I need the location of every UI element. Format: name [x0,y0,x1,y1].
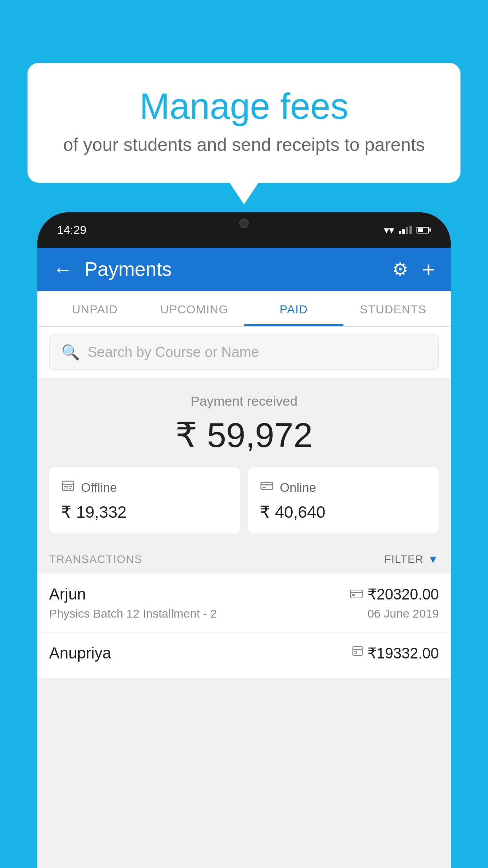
svg-rect-13 [354,651,357,654]
transaction-payment-icon [352,646,363,660]
phone-device: 14:29 ▾▾ ← Payments [37,212,451,868]
header-left: ← Payments [53,258,172,281]
speech-bubble: Manage fees of your students and send re… [28,63,460,183]
transaction-amount: ₹19332.00 [367,645,439,662]
svg-rect-8 [350,590,362,598]
offline-card-header: Offline [61,479,117,497]
battery-icon [416,227,431,234]
search-placeholder: Search by Course or Name [88,344,259,360]
transaction-top: Anupriya ₹19332.00 [49,644,439,662]
online-card-header: Online [260,479,316,497]
offline-icon [61,479,75,497]
signal-icon [399,226,412,234]
camera [239,219,249,228]
online-amount: ₹ 40,640 [260,502,325,522]
filter-button[interactable]: FILTER ▼ [384,553,439,566]
status-bar: 14:29 ▾▾ [37,212,451,248]
tab-unpaid[interactable]: UNPAID [45,291,145,326]
search-icon: 🔍 [61,344,80,361]
svg-rect-10 [352,594,355,596]
header-right: ⚙ + [392,257,435,282]
speech-bubble-container: Manage fees of your students and send re… [28,63,460,183]
online-icon [260,479,274,497]
status-icons: ▾▾ [384,224,431,236]
transaction-course: Physics Batch 12 Installment - 2 [49,607,217,620]
app-screen: ← Payments ⚙ + UNPAID UPCOMING PAID STUD… [37,248,451,868]
transaction-name: Anupriya [49,644,111,662]
transaction-top: Arjun ₹20320.00 [49,585,439,603]
back-button[interactable]: ← [53,258,73,281]
svg-rect-7 [262,487,266,488]
tab-upcoming[interactable]: UPCOMING [145,291,244,326]
online-label: Online [280,480,316,495]
tabs-container: UNPAID UPCOMING PAID STUDENTS [37,291,451,327]
phone-notch [209,212,279,234]
offline-amount: ₹ 19,332 [61,502,127,522]
offline-label: Offline [81,480,117,495]
transaction-payment-icon [350,588,363,601]
svg-rect-5 [261,482,273,489]
transaction-amount-wrapper: ₹19332.00 [352,645,439,662]
search-box[interactable]: 🔍 Search by Course or Name [49,335,439,370]
transaction-name: Arjun [49,585,86,603]
transaction-bottom: Physics Batch 12 Installment - 2 06 June… [49,607,439,620]
payment-summary: Payment received ₹ 59,972 [37,378,451,545]
online-card: Online ₹ 40,640 [248,467,439,533]
manage-fees-title: Manage fees [59,86,429,126]
payment-received-label: Payment received [49,394,439,409]
settings-icon[interactable]: ⚙ [392,259,408,280]
tab-students[interactable]: STUDENTS [343,291,443,326]
wifi-icon: ▾▾ [384,224,394,236]
search-container: 🔍 Search by Course or Name [37,327,451,378]
transactions-label: TRANSACTIONS [49,553,142,566]
filter-label: FILTER [384,553,424,566]
tab-paid[interactable]: PAID [244,291,343,326]
svg-rect-2 [64,486,67,489]
payment-cards: Offline ₹ 19,332 [49,467,439,533]
transactions-header: TRANSACTIONS FILTER ▼ [37,545,451,574]
transaction-row[interactable]: Arjun ₹20320.00 Physics Batch 12 Install… [37,574,451,633]
payment-total-amount: ₹ 59,972 [49,415,439,455]
header-title: Payments [84,258,172,281]
status-time: 14:29 [57,223,86,237]
transaction-date: 06 June 2019 [367,607,439,620]
transaction-row[interactable]: Anupriya ₹19332.00 [37,633,451,678]
offline-card: Offline ₹ 19,332 [49,467,240,533]
manage-fees-subtitle: of your students and send receipts to pa… [59,134,429,155]
transaction-amount: ₹20320.00 [367,586,439,603]
transaction-amount-wrapper: ₹20320.00 [350,586,439,603]
filter-icon: ▼ [427,553,439,566]
app-header: ← Payments ⚙ + [37,248,451,291]
add-icon[interactable]: + [422,257,435,282]
